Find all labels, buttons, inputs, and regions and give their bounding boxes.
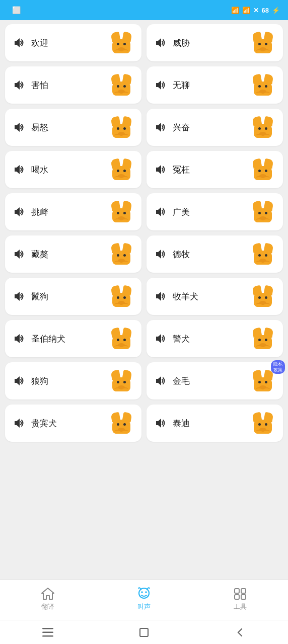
sound-card-7[interactable]: 喝水 <box>5 151 141 188</box>
sound-card-8[interactable]: 冤枉 <box>147 151 283 188</box>
dog-avatar-4 <box>250 74 276 96</box>
sound-card-11[interactable]: 藏獒 <box>5 235 141 273</box>
card-left-18: 金毛 <box>154 375 190 387</box>
dog-paws-1 <box>114 49 128 53</box>
speaker-icon-19 <box>12 418 26 429</box>
dog-eyes-12 <box>258 254 267 257</box>
dog-avatar-20 <box>250 413 276 434</box>
dog-eyes-11 <box>117 254 126 257</box>
dog-paw-right-7 <box>122 176 128 180</box>
dog-avatar-18 <box>250 370 276 391</box>
card-wrapper-6: 兴奋 <box>147 109 283 146</box>
svg-marker-10 <box>15 250 20 259</box>
card-wrapper-17: 狼狗 <box>5 362 141 399</box>
dog-paws-2 <box>256 49 270 53</box>
sound-card-9[interactable]: 挑衅 <box>5 193 141 230</box>
sound-card-17[interactable]: 狼狗 <box>5 362 141 399</box>
dog-avatar-17 <box>108 370 134 391</box>
sound-card-14[interactable]: 牧羊犬 <box>147 278 283 315</box>
dog-eye-left-8 <box>258 170 261 172</box>
svg-marker-6 <box>15 165 20 174</box>
dog-paw-left-14 <box>256 303 262 307</box>
menu-button[interactable] <box>38 622 58 642</box>
sound-card-10[interactable]: 广美 <box>147 193 283 230</box>
sound-card-5[interactable]: 易怒 <box>5 109 141 146</box>
sound-card-12[interactable]: 德牧 <box>147 235 283 273</box>
sound-card-16[interactable]: 警犬 <box>147 320 283 357</box>
card-wrapper-19: 贵宾犬 <box>5 405 141 442</box>
dog-avatar-15 <box>108 328 134 349</box>
card-label-19: 贵宾犬 <box>31 418 57 429</box>
dog-paws-14 <box>256 303 270 307</box>
speaker-icon-7 <box>12 164 26 175</box>
dog-paws-6 <box>256 134 270 138</box>
dog-eye-right-5 <box>123 127 126 130</box>
sound-card-18[interactable]: 金毛 <box>147 362 283 399</box>
card-wrapper-16: 警犬 <box>147 320 283 357</box>
dog-paw-left-13 <box>114 303 120 307</box>
card-wrapper-1: 欢迎 <box>5 24 141 61</box>
nav-item-bark[interactable]: 叫声 <box>96 583 192 615</box>
sound-card-2[interactable]: 威胁 <box>147 24 283 61</box>
dog-avatar-6 <box>250 117 276 138</box>
dog-paws-18 <box>256 387 270 391</box>
dog-eyes-1 <box>117 43 126 45</box>
dog-eye-right-20 <box>265 423 267 426</box>
sound-card-13[interactable]: 鬣狗 <box>5 278 141 315</box>
dog-paws-17 <box>114 387 128 391</box>
dog-paw-left-8 <box>256 176 262 180</box>
card-wrapper-9: 挑衅 <box>5 193 141 230</box>
card-wrapper-4: 无聊 <box>147 66 283 104</box>
nav-item-tools[interactable]: 工具 <box>192 583 288 615</box>
speaker-icon-20 <box>154 418 168 429</box>
svg-rect-26 <box>241 595 246 599</box>
sound-card-6[interactable]: 兴奋 <box>147 109 283 146</box>
dog-eye-left-16 <box>258 339 261 341</box>
speaker-icon-17 <box>12 375 26 386</box>
card-label-3: 害怕 <box>31 79 48 91</box>
sound-card-19[interactable]: 贵宾犬 <box>5 405 141 442</box>
card-wrapper-15: 圣伯纳犬 <box>5 320 141 357</box>
dog-eyes-13 <box>117 296 126 299</box>
dog-eye-right-15 <box>123 339 126 341</box>
dog-eye-left-14 <box>258 296 261 299</box>
speaker-icon-12 <box>154 249 168 260</box>
card-left-7: 喝水 <box>12 164 48 176</box>
dog-eye-right-7 <box>123 170 126 172</box>
dog-eye-left-3 <box>117 85 119 88</box>
nav-item-translate[interactable]: 翻译 <box>0 583 96 615</box>
dog-paws-15 <box>114 345 128 349</box>
card-left-15: 圣伯纳犬 <box>12 333 65 345</box>
battery-icon: 68 <box>262 7 269 14</box>
dog-paw-right-13 <box>122 303 128 307</box>
dog-eye-left-18 <box>258 381 261 383</box>
card-left-6: 兴奋 <box>154 122 190 133</box>
dog-avatar-16 <box>250 328 276 349</box>
dog-paw-right-16 <box>264 345 270 349</box>
svg-marker-1 <box>156 38 161 47</box>
sound-card-4[interactable]: 无聊 <box>147 66 283 104</box>
sound-card-3[interactable]: 害怕 <box>5 66 141 104</box>
dog-paw-right-2 <box>264 49 270 53</box>
sound-card-20[interactable]: 泰迪 <box>147 405 283 442</box>
card-left-4: 无聊 <box>154 79 190 91</box>
dog-paws-13 <box>114 303 128 307</box>
dog-paw-right-19 <box>122 430 128 434</box>
dog-eye-right-1 <box>123 43 126 45</box>
dog-eyes-18 <box>258 381 267 383</box>
dog-avatar-13 <box>108 286 134 307</box>
card-wrapper-5: 易怒 <box>5 109 141 146</box>
bark-nav-icon <box>136 587 152 601</box>
home-button[interactable] <box>134 622 154 642</box>
sound-card-15[interactable]: 圣伯纳犬 <box>5 320 141 357</box>
svg-marker-5 <box>156 123 161 132</box>
dog-paw-left-12 <box>256 261 262 265</box>
dog-eyes-7 <box>117 170 126 172</box>
svg-marker-11 <box>156 250 161 259</box>
dog-eye-right-18 <box>265 381 267 383</box>
back-button[interactable] <box>230 622 250 642</box>
dog-eye-left-15 <box>117 339 119 341</box>
sound-card-1[interactable]: 欢迎 <box>5 24 141 61</box>
card-left-2: 威胁 <box>154 37 190 49</box>
privacy-badge-18: 隐私攻策 <box>271 360 285 374</box>
